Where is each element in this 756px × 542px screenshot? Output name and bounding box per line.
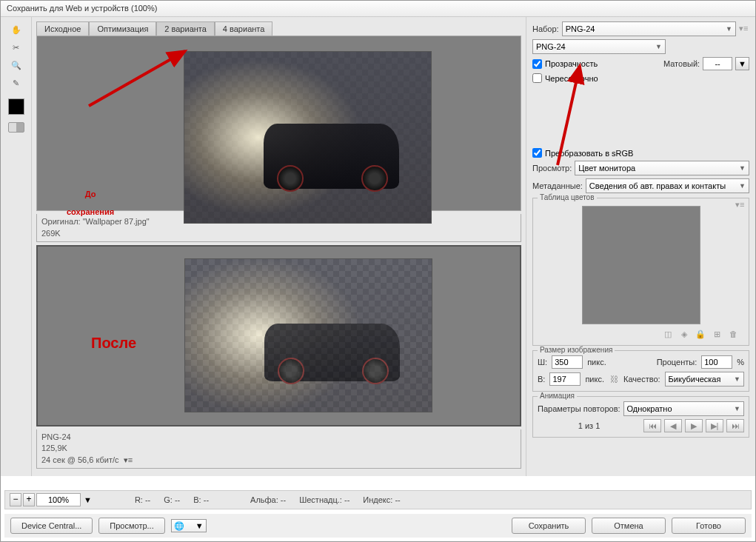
tab-4up[interactable]: 4 варианта [215, 21, 273, 36]
done-button[interactable]: Готово [672, 518, 746, 534]
original-preview-pane[interactable]: Досохранения [36, 36, 521, 211]
g-value: G: -- [164, 495, 180, 504]
first-frame-button[interactable]: ⏮ [643, 419, 661, 432]
svg-line-1 [558, 66, 580, 165]
shift-web-icon[interactable]: ◈ [679, 329, 689, 339]
optimized-info: PNG-24 125,9K 24 сек @ 56,6 кбит/с ▾≡ [36, 429, 521, 469]
image-size-panel: Размер изображения Ш: пикс. Проценты: % … [532, 350, 749, 392]
color-table-panel: Таблица цветов ▾≡ ◫ ◈ 🔒 ⊞ 🗑 [532, 198, 749, 346]
frame-indicator: 1 из 1 [538, 421, 640, 430]
browser-preview-dropdown[interactable]: 🌐▼ [171, 519, 207, 532]
format-dropdown[interactable]: PNG-24▼ [532, 39, 666, 54]
r-value: R: -- [135, 495, 150, 504]
zoom-level-field[interactable]: 100% [36, 493, 81, 506]
matte-dropdown[interactable]: -- [703, 57, 732, 70]
slice-tool-icon[interactable]: ✂ [9, 41, 24, 54]
map-transparent-icon[interactable]: ◫ [663, 329, 673, 339]
metadata-label: Метаданные: [532, 181, 583, 190]
b-value: B: -- [193, 495, 209, 504]
last-frame-button[interactable]: ⏭ [726, 419, 744, 432]
original-image [184, 51, 432, 224]
preset-label: Набор: [532, 24, 559, 33]
tool-palette: ✋ ✂ 🔍 ✎ [1, 17, 32, 476]
index-value: Индекс: -- [363, 495, 400, 504]
svg-line-0 [89, 51, 185, 106]
annotation-after: После [91, 334, 136, 352]
color-table-flyout-icon[interactable]: ▾≡ [735, 200, 746, 210]
status-bar: − + 100% ▼ R: -- G: -- B: -- Альфа: -- Ш… [4, 490, 752, 509]
hex-value: Шестнадц.: -- [299, 495, 349, 504]
window-title: Сохранить для Web и устройств (100%) [1, 1, 755, 17]
width-input[interactable] [552, 355, 583, 369]
tab-optimized[interactable]: Оптимизация [89, 21, 156, 36]
zoom-in-button[interactable]: + [23, 493, 35, 506]
lock-color-icon[interactable]: 🔒 [695, 329, 706, 339]
color-table-grid[interactable] [582, 206, 700, 324]
preview-area: Исходное Оптимизация 2 варианта 4 вариан… [32, 17, 526, 476]
view-tabs: Исходное Оптимизация 2 варианта 4 вариан… [36, 21, 521, 36]
resample-dropdown[interactable]: Бикубическая▼ [665, 372, 744, 387]
device-central-button[interactable]: Device Central... [10, 518, 93, 534]
metadata-dropdown[interactable]: Сведения об авт. правах и контакты▼ [586, 178, 749, 193]
constrain-link-icon[interactable]: ⛓ [609, 374, 619, 384]
play-button[interactable]: ▶ [685, 419, 703, 432]
next-frame-button[interactable]: ▶| [706, 419, 723, 432]
settings-panel: Набор: PNG-24▼ ▾≡ PNG-24▼ Прозрачность М… [526, 17, 755, 476]
optimized-image [184, 258, 432, 412]
matte-label: Матовый: [663, 59, 700, 68]
annotation-before: Досохранения [67, 183, 114, 218]
height-input[interactable] [549, 372, 581, 386]
preset-dropdown[interactable]: PNG-24▼ [562, 21, 736, 36]
zoom-tool-icon[interactable]: 🔍 [9, 58, 24, 72]
tab-2up[interactable]: 2 варианта [156, 21, 215, 36]
eyedropper-tool-icon[interactable]: ✎ [9, 76, 24, 90]
percent-input[interactable] [701, 355, 732, 369]
new-color-icon[interactable]: ⊞ [712, 329, 722, 339]
foreground-color-swatch[interactable] [8, 98, 24, 115]
zoom-out-button[interactable]: − [10, 493, 21, 506]
alpha-value: Альфа: -- [250, 495, 286, 504]
preset-flyout-icon[interactable]: ▾≡ [739, 24, 749, 34]
animation-panel: Анимация Параметры повторов: Однократно▼… [532, 396, 749, 438]
hand-tool-icon[interactable]: ✋ [9, 23, 24, 36]
delete-color-icon[interactable]: 🗑 [728, 329, 738, 339]
preview-button[interactable]: Просмотр... [98, 518, 164, 534]
loop-dropdown[interactable]: Однократно▼ [623, 401, 744, 416]
cancel-button[interactable]: Отмена [592, 518, 666, 534]
optimized-preview-pane[interactable]: После [36, 245, 521, 426]
slice-visibility-toggle[interactable] [8, 122, 24, 133]
tab-original[interactable]: Исходное [36, 21, 89, 36]
prev-frame-button[interactable]: ◀ [664, 419, 682, 432]
dialog-footer: Device Central... Просмотр... 🌐▼ Сохрани… [4, 514, 752, 538]
save-button[interactable]: Сохранить [512, 518, 586, 534]
